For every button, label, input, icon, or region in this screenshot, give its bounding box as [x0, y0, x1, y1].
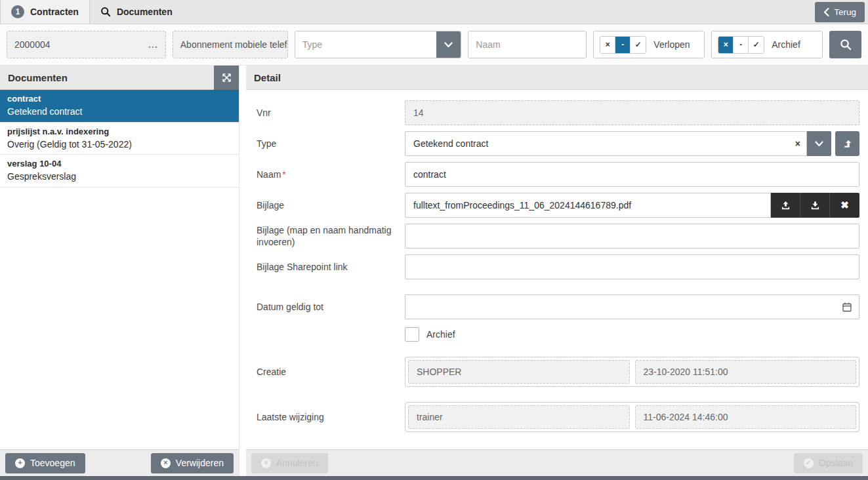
tab-documenten[interactable]: Documenten	[90, 0, 183, 24]
vnr-row: Vnr 14	[257, 100, 859, 125]
toggle-check-segment[interactable]: ✓	[749, 37, 764, 53]
contract-number-field[interactable]: 2000004 ...	[7, 31, 166, 58]
add-document-button[interactable]: + Toevoegen	[5, 453, 85, 473]
level-up-arrow-icon	[842, 139, 852, 149]
document-name: prijslijst n.a.v. indexering	[7, 126, 232, 138]
upload-attachment-button[interactable]	[771, 193, 800, 218]
bijlage-sharepoint-input[interactable]	[405, 254, 859, 279]
bijlage-row: Bijlage ✖	[257, 193, 859, 218]
type-filter-placeholder: Type	[295, 31, 437, 58]
documents-panel-header: Documenten	[0, 66, 239, 90]
bijlage-handmatig-input[interactable]	[405, 224, 859, 249]
bijlage-handmatig-row: Bijlage (map en naam handmatig invoeren)	[257, 224, 859, 249]
tab-documenten-label: Documenten	[117, 7, 173, 17]
type-input[interactable]	[405, 131, 807, 156]
back-button[interactable]: Terug	[815, 2, 865, 22]
type-dropdown-button[interactable]	[807, 131, 831, 156]
naam-label: Naam*	[257, 169, 405, 180]
filter-bar: 2000004 ... Abonnement mobiele telefo Ty…	[0, 24, 868, 66]
laatste-wijziging-user-field: trainer	[408, 405, 630, 429]
app-window: 1 Contracten Documenten Terug 2000004 ..…	[0, 0, 868, 480]
detail-panel-title: Detail	[254, 72, 281, 83]
documents-panel-title: Documenten	[8, 72, 68, 83]
toggle-dash-segment[interactable]: -	[734, 37, 749, 53]
laatste-wijziging-label: Laatste wijziging	[257, 411, 405, 423]
document-name: verslag 10-04	[7, 158, 232, 170]
download-attachment-button[interactable]	[800, 193, 830, 218]
naam-input[interactable]	[405, 162, 859, 187]
tab-contracten[interactable]: 1 Contracten	[0, 0, 90, 24]
toggle-cross-segment[interactable]: ×	[718, 37, 734, 53]
bijlage-sharepoint-label: Bijlage Sharepoint link	[257, 261, 405, 273]
tristate-toggle[interactable]: × - ✓	[600, 36, 646, 54]
archief-row: Archief	[257, 327, 859, 342]
vnr-label: Vnr	[257, 107, 405, 119]
archief-checkbox-label: Archief	[426, 329, 455, 340]
list-item[interactable]: prijslijst n.a.v. indexeringOverig (Geld…	[0, 123, 239, 155]
document-type: Overig (Geldig tot 31-05-2022)	[7, 138, 232, 151]
verlopen-filter-group: × - ✓ Verlopen	[593, 31, 705, 58]
bijlage-label: Bijlage	[257, 199, 405, 211]
documents-panel-footer: + Toevoegen × Verwijderen	[0, 449, 239, 476]
vnr-value: 14	[413, 108, 424, 118]
cancel-button[interactable]: × Annuleren	[251, 453, 328, 473]
expand-arrows-icon	[222, 73, 232, 83]
delete-document-button[interactable]: × Verwijderen	[151, 453, 234, 473]
type-row: Type ×	[257, 131, 859, 156]
plus-circle-icon: +	[15, 458, 25, 468]
type-filter-select[interactable]: Type	[295, 31, 462, 58]
toggle-dash-segment[interactable]: -	[615, 37, 630, 53]
search-icon	[100, 7, 111, 17]
clear-type-icon[interactable]: ×	[795, 139, 800, 148]
type-filter-dropdown-button[interactable]	[436, 31, 461, 58]
cross-circle-icon: ×	[261, 458, 271, 468]
top-tab-bar: 1 Contracten Documenten Terug	[0, 0, 868, 24]
open-type-button[interactable]	[835, 131, 859, 156]
naam-filter-input[interactable]	[468, 31, 587, 58]
detail-form: Vnr 14 Type ×	[246, 90, 868, 449]
add-document-label: Toevoegen	[30, 458, 75, 468]
document-type: Getekend contract	[7, 106, 232, 118]
bijlage-sharepoint-row: Bijlage Sharepoint link	[257, 254, 859, 279]
save-button-label: Opslaan	[819, 458, 853, 468]
toggle-cross-segment[interactable]: ×	[600, 37, 615, 53]
contract-count-badge: 1	[11, 5, 24, 18]
datum-geldig-tot-row: Datum geldig tot	[257, 294, 859, 319]
creatie-label: Creatie	[257, 366, 405, 378]
main-area: Documenten contractGetekend contractprij…	[0, 66, 868, 476]
chevron-down-icon	[444, 42, 453, 48]
detail-panel-header: Detail	[246, 66, 868, 90]
tristate-toggle[interactable]: × - ✓	[718, 36, 764, 54]
laatste-wijziging-timestamp-value: 11-06-2024 14:46:00	[644, 412, 728, 422]
type-label: Type	[257, 138, 405, 150]
laatste-wijziging-timestamp-field: 11-06-2024 14:46:00	[635, 405, 857, 429]
search-icon	[840, 39, 852, 50]
save-button[interactable]: ✓ Opslaan	[794, 453, 863, 473]
bijlage-handmatig-label: Bijlage (map en naam handmatig invoeren)	[257, 224, 405, 248]
list-item[interactable]: contractGetekend contract	[0, 90, 239, 123]
chevron-down-icon	[815, 141, 823, 147]
required-marker: *	[282, 169, 285, 180]
search-button[interactable]	[829, 31, 861, 58]
delete-document-label: Verwijderen	[176, 458, 224, 468]
datum-geldig-tot-input[interactable]	[405, 294, 859, 319]
creatie-row: Creatie SHOPPER 23-10-2020 11:51:00	[257, 357, 859, 387]
verlopen-filter-label: Verlopen	[653, 39, 690, 50]
laatste-wijziging-row: Laatste wijziging trainer 11-06-2024 14:…	[257, 402, 859, 432]
archief-checkbox[interactable]	[405, 327, 419, 342]
remove-attachment-button[interactable]: ✖	[830, 193, 859, 218]
expand-panel-button[interactable]	[214, 66, 239, 90]
calendar-icon[interactable]	[842, 302, 852, 312]
tab-contracten-label: Contracten	[30, 7, 79, 17]
window-bottom-edge	[0, 476, 868, 480]
check-circle-icon: ✓	[804, 458, 814, 468]
creatie-timestamp-value: 23-10-2020 11:51:00	[644, 367, 728, 377]
toggle-check-segment[interactable]: ✓	[630, 37, 646, 53]
contract-number-value: 2000004	[14, 39, 51, 50]
upload-icon	[781, 201, 791, 210]
datum-geldig-tot-label: Datum geldig tot	[257, 301, 405, 313]
download-icon	[810, 201, 820, 210]
bijlage-filename-input[interactable]	[405, 193, 771, 218]
list-item[interactable]: verslag 10-04Gespreksverslag	[0, 155, 239, 188]
naam-row: Naam*	[257, 162, 859, 187]
